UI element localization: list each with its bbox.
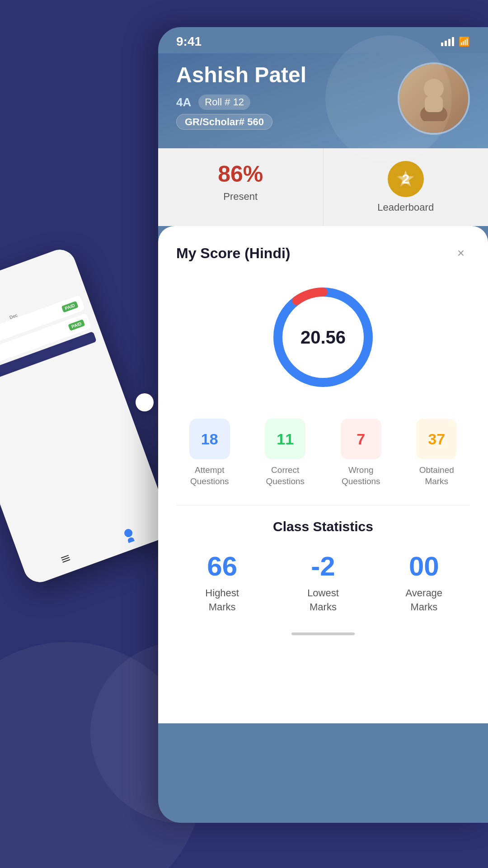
stat-highest: 66 HighestMarks	[176, 551, 268, 614]
attendance-stat[interactable]: 86% Present	[158, 148, 324, 226]
average-label: AverageMarks	[378, 586, 470, 614]
stat-label-wrong: WrongQuestions	[328, 465, 394, 487]
score-value: 20.56	[300, 327, 346, 348]
leaderboard-rank: 2	[402, 171, 409, 187]
stat-label-correct: CorrectQuestions	[252, 465, 319, 487]
attendance-label: Present	[223, 191, 258, 202]
attendance-value: 86%	[167, 161, 314, 187]
secondary-phone: Dec 000/- PAID 5000/- PAID 26/5 Days Ago	[0, 245, 174, 586]
main-phone: 9:41 📶 Ashish Patel 4A Roll # 12	[158, 27, 488, 823]
hamburger-icon	[61, 555, 70, 562]
donut-chart-container: 20.56	[176, 278, 470, 396]
user-avatar-icon	[123, 528, 136, 543]
card-title: My Score (Hindi)	[176, 245, 290, 262]
status-icons: 📶	[441, 36, 470, 47]
header-area: Ashish Patel 4A Roll # 12 GR/Scholar# 56…	[158, 53, 488, 148]
stat-num-correct: 11	[277, 430, 294, 448]
divider	[176, 505, 470, 505]
gr-badge: GR/Scholar# 560	[176, 114, 272, 130]
bottom-indicator	[291, 632, 355, 635]
score-stats-grid: 18 AttemptQuestions 11 CorrectQuestions …	[176, 419, 470, 487]
class-badge: 4A	[176, 95, 191, 109]
stat-num-obtained: 37	[428, 430, 445, 448]
paid-badge-2: PAID	[68, 319, 85, 331]
stat-obtained: 37 ObtainedMarks	[404, 419, 470, 487]
stat-box-correct: 11	[265, 419, 305, 459]
highest-value: 66	[176, 551, 268, 582]
stats-bar: 86% Present 2 Leaderboard	[158, 148, 488, 226]
stat-lowest: -2 LowestMarks	[277, 551, 369, 614]
stat-label-obtained: ObtainedMarks	[404, 465, 470, 487]
stat-num-wrong: 7	[357, 430, 365, 448]
roll-badge: Roll # 12	[198, 94, 250, 110]
stat-wrong: 7 WrongQuestions	[328, 419, 394, 487]
card-header: My Score (Hindi) ×	[176, 244, 470, 262]
leaderboard-stat[interactable]: 2 Leaderboard	[324, 148, 488, 226]
stat-box-attempt: 18	[189, 419, 230, 459]
status-time: 9:41	[176, 34, 202, 49]
stat-correct: 11 CorrectQuestions	[252, 419, 319, 487]
highest-label: HighestMarks	[176, 586, 268, 614]
dot-indicator	[136, 393, 154, 411]
close-button[interactable]: ×	[452, 244, 470, 262]
class-stats-grid: 66 HighestMarks -2 LowestMarks 00 Averag…	[176, 551, 470, 614]
lowest-label: LowestMarks	[277, 586, 369, 614]
donut-chart: 20.56	[264, 278, 382, 396]
header-circle-decoration	[325, 35, 452, 162]
stat-box-wrong: 7	[341, 419, 381, 459]
stat-attempt: 18 AttemptQuestions	[176, 419, 243, 487]
stat-average: 00 AverageMarks	[378, 551, 470, 614]
leaderboard-badge: 2	[388, 161, 424, 197]
score-card: My Score (Hindi) × 20.56 18 Attempt	[158, 226, 488, 723]
status-bar: 9:41 📶	[158, 27, 488, 53]
paid-badge-1: PAID	[61, 301, 78, 313]
lowest-value: -2	[277, 551, 369, 582]
class-stats-title: Class Statistics	[176, 519, 470, 534]
stat-num-attempt: 18	[201, 430, 218, 448]
stat-label-attempt: AttemptQuestions	[176, 465, 243, 487]
average-value: 00	[378, 551, 470, 582]
signal-icon	[441, 37, 454, 46]
leaderboard-label: Leaderboard	[377, 202, 434, 213]
wifi-icon: 📶	[459, 36, 470, 47]
stat-box-obtained: 37	[416, 419, 457, 459]
left-phone-bottom-nav	[23, 514, 172, 580]
